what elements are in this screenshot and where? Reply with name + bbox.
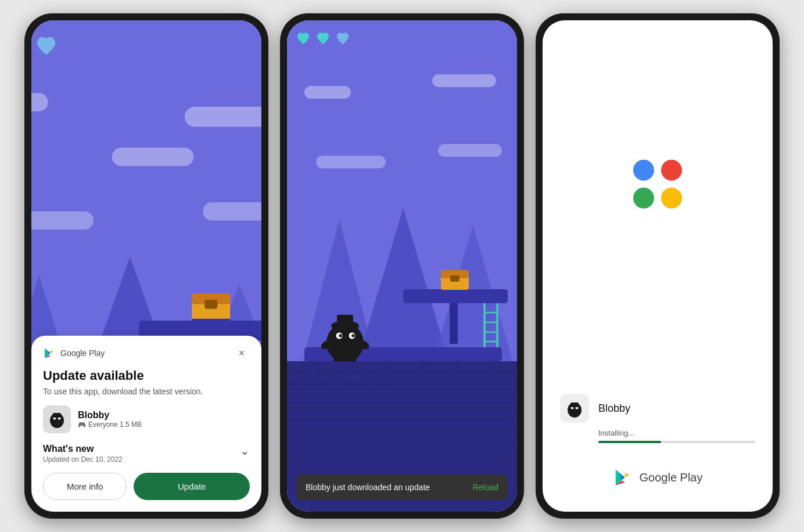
whats-new-info: What's new Updated on Dec 10, 2022 [43, 444, 123, 463]
dot-yellow [661, 188, 682, 209]
phone-1-screen: Google Play × Update available To use th… [31, 20, 261, 512]
svg-rect-66 [438, 144, 502, 157]
installing-screen: Blobby Installing... [543, 20, 773, 512]
app-meta-text: Everyone 1.5 MB [88, 420, 142, 429]
app-installing-info: Blobby Installing... [560, 394, 755, 443]
phones-container: Google Play × Update available To use th… [0, 0, 804, 532]
phone-1: Google Play × Update available To use th… [24, 13, 268, 519]
update-button[interactable]: Update [134, 473, 250, 500]
phone-2: Blobby just downloaded an update Reload [280, 13, 524, 519]
svg-rect-21 [204, 300, 217, 309]
phone-3: Blobby Installing... [536, 13, 780, 519]
dialog-buttons: More info Update [43, 473, 250, 500]
installing-status-label: Installing... [598, 429, 634, 437]
svg-rect-3 [112, 148, 193, 166]
snackbar-action-button[interactable]: Reload [473, 483, 498, 492]
app-text-info: Blobby 🎮 Everyone 1.5 MB [78, 410, 142, 429]
dot-green [633, 188, 654, 209]
svg-rect-61 [53, 413, 61, 418]
phone-2-screen: Blobby just downloaded an update Reload [287, 20, 517, 512]
google-dots [633, 160, 682, 209]
installing-app-icon [560, 394, 589, 423]
svg-rect-4 [31, 211, 94, 229]
app-info-row: Blobby 🎮 Everyone 1.5 MB [43, 405, 250, 433]
snackbar-text: Blobby just downloaded an update [306, 483, 430, 492]
whats-new-date: Updated on Dec 10, 2022 [43, 455, 123, 463]
svg-rect-64 [432, 74, 496, 87]
svg-rect-2 [185, 107, 261, 127]
dialog-header: Google Play × [43, 345, 250, 361]
update-title: Update available [43, 368, 250, 383]
chevron-down-icon[interactable]: ⌄ [240, 444, 250, 458]
content-rating-icon: 🎮 [78, 421, 86, 429]
whats-new-label: What's new [43, 444, 123, 454]
svg-point-86 [351, 334, 355, 337]
app-icon [43, 405, 71, 433]
google-play-logo-bottom: Google Play [613, 466, 703, 488]
more-info-button[interactable]: More info [43, 473, 127, 500]
whats-new-row: What's new Updated on Dec 10, 2022 ⌄ [43, 444, 250, 463]
svg-rect-81 [450, 275, 460, 282]
app-meta-label: 🎮 Everyone 1.5 MB [78, 420, 142, 429]
progress-bar-container [598, 441, 755, 443]
google-play-label: Google Play [60, 348, 105, 358]
update-subtitle: To use this app, download the latest ver… [43, 387, 250, 396]
progress-bar-fill [598, 441, 661, 443]
phone-3-screen: Blobby Installing... [543, 20, 773, 512]
dot-red [661, 160, 682, 181]
svg-rect-5 [203, 202, 261, 220]
update-dialog: Google Play × Update available To use th… [31, 336, 261, 512]
close-button[interactable]: × [234, 345, 250, 361]
svg-rect-92 [337, 315, 353, 326]
game-background-2 [287, 20, 517, 512]
google-play-text-bottom: Google Play [640, 471, 703, 484]
google-play-icon [43, 346, 57, 360]
svg-point-84 [339, 334, 342, 337]
svg-rect-71 [450, 303, 458, 344]
google-play-logo: Google Play [43, 346, 105, 360]
svg-rect-63 [304, 86, 351, 99]
svg-rect-118 [570, 402, 579, 407]
svg-rect-70 [403, 289, 508, 303]
dot-blue [633, 160, 654, 181]
snackbar: Blobby just downloaded an update Reload [296, 475, 508, 500]
installing-app-name: Blobby [598, 402, 630, 415]
google-play-logo-icon [613, 466, 635, 488]
app-name-label: Blobby [78, 410, 142, 420]
svg-rect-22 [192, 319, 230, 322]
svg-rect-65 [316, 156, 386, 168]
installing-row: Blobby [560, 394, 755, 423]
